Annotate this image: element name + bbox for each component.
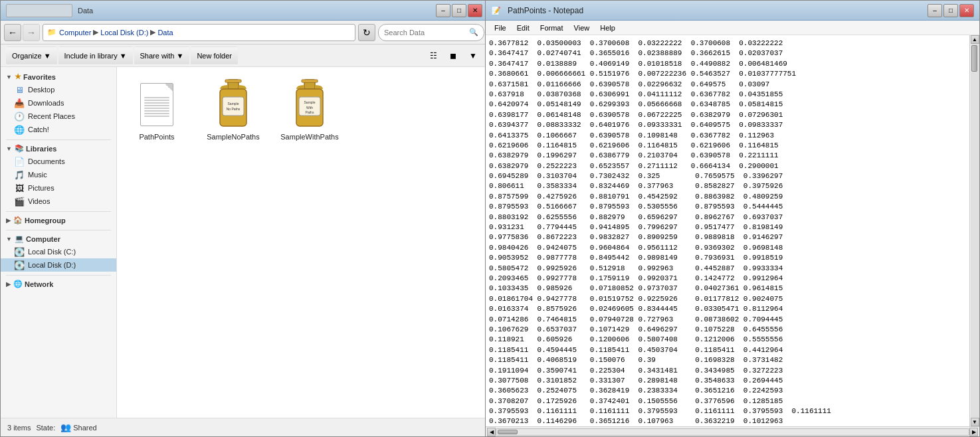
refresh-button[interactable]: ↻ — [358, 24, 375, 41]
sidebar-item-downloads[interactable]: 📥 Downloads — [1, 96, 116, 110]
music-icon: 🎵 — [14, 169, 25, 180]
scrollbar-y-thumb[interactable] — [971, 45, 977, 72]
sidebar-item-c-drive[interactable]: 💽 Local Disk (C:) — [1, 245, 116, 258]
scrollbar-up-button[interactable]: ▲ — [971, 35, 979, 44]
view-options-button[interactable]: ▼ — [464, 46, 482, 65]
libraries-section: ▼ 📚 Libraries 📄 Documents 🎵 Music 🖼 Pict… — [1, 142, 116, 208]
search-icon: 🔍 — [469, 28, 478, 37]
svg-rect-1 — [225, 80, 241, 82]
svg-text:With: With — [306, 106, 313, 110]
scrollbar-x-thumb[interactable] — [498, 430, 518, 434]
maximize-button[interactable]: □ — [452, 4, 466, 17]
titlebar-controls: – □ ✕ — [436, 4, 482, 17]
svg-rect-3 — [223, 97, 244, 116]
menu-format[interactable]: Format — [535, 23, 569, 33]
scrollbar-right-button[interactable]: ▶ — [969, 428, 978, 436]
back-button[interactable]: ← — [4, 24, 21, 41]
item-count: 3 items — [7, 424, 31, 432]
organize-button[interactable]: Organize ▼ — [6, 46, 57, 65]
menu-edit[interactable]: Edit — [512, 23, 535, 33]
include-chevron-icon: ▼ — [120, 52, 127, 60]
libraries-header[interactable]: ▼ 📚 Libraries — [1, 142, 116, 155]
view-icons-button[interactable]: ◼ — [444, 46, 462, 65]
notepad-content[interactable]: 0.3677812 0.03500003 0.3700608 0.0322222… — [486, 35, 969, 426]
file-label-pathpoints: PathPoints — [139, 133, 174, 141]
breadcrumb-computer[interactable]: Computer — [59, 29, 91, 37]
doc-icon-shape — [140, 83, 173, 126]
address-bar: ← → 📁 Computer ▶ Local Disk (D:) ▶ Data … — [1, 21, 488, 44]
sidebar-item-catch[interactable]: 🌐 Catch! — [1, 123, 116, 136]
sidebar-item-documents[interactable]: 📄 Documents — [1, 155, 116, 168]
notepad-scrollbar-x[interactable]: ◀ ▶ — [486, 426, 979, 436]
notepad-minimize-button[interactable]: – — [928, 4, 942, 17]
notepad-window: 📝 PathPoints - Notepad – □ ✕ File Edit F… — [485, 0, 980, 437]
notepad-close-button[interactable]: ✕ — [959, 4, 974, 17]
notepad-scrollbar-y[interactable]: ▲ ▼ — [969, 35, 979, 426]
search-box[interactable]: 🔍 — [378, 24, 484, 41]
sidebar-item-videos[interactable]: 🎬 Videos — [1, 195, 116, 208]
network-section: ▶ 🌐 Network — [1, 278, 116, 290]
breadcrumb-data[interactable]: Data — [157, 29, 173, 37]
share-button[interactable]: Share with ▼ — [134, 46, 190, 65]
menu-help[interactable]: Help — [595, 23, 621, 33]
menu-file[interactable]: File — [489, 23, 512, 33]
scrollbar-down-button[interactable]: ▼ — [971, 418, 979, 426]
homegroup-header[interactable]: ▶ 🏠 Homegroup — [1, 214, 116, 226]
scrollbar-left-button[interactable]: ◀ — [487, 428, 496, 436]
notepad-title: PathPoints - Notepad — [505, 6, 928, 15]
homegroup-chevron-icon: ▶ — [6, 217, 11, 224]
favorites-header[interactable]: ▼ ★ Favorites — [1, 70, 116, 83]
search-input[interactable] — [384, 29, 469, 37]
bottle-svg-2: Sample With Paths — [290, 78, 330, 130]
computer-header[interactable]: ▼ 💻 Computer — [1, 232, 116, 245]
documents-icon: 📄 — [14, 156, 25, 167]
scrollbar-x-track[interactable] — [496, 428, 969, 436]
file-item-samplenopaths[interactable]: Sample No Paths SampleNoPaths — [200, 74, 266, 145]
sidebar-divider-4 — [6, 275, 111, 276]
bottle-image-2: Sample With Paths — [290, 78, 330, 130]
notepad-maximize-button[interactable]: □ — [943, 4, 958, 17]
homegroup-section: ▶ 🏠 Homegroup — [1, 214, 116, 226]
network-chevron-icon: ▶ — [6, 281, 11, 288]
file-item-pathpoints[interactable]: PathPoints — [124, 74, 190, 145]
sidebar-item-desktop[interactable]: 🖥 Desktop — [1, 83, 116, 96]
notepad-controls: – □ ✕ — [928, 4, 974, 17]
computer-chevron-icon: ▼ — [6, 236, 12, 242]
notepad-text: 0.3677812 0.03500003 0.3700608 0.0322222… — [489, 39, 966, 426]
sidebar-divider-3 — [6, 230, 111, 230]
homegroup-icon: 🏠 — [13, 216, 23, 224]
address-path[interactable]: 📁 Computer ▶ Local Disk (D:) ▶ Data — [43, 24, 355, 41]
toolbar-right: ☷ ◼ ▼ — [424, 46, 482, 65]
forward-button[interactable]: → — [23, 24, 40, 41]
file-item-samplewithpaths[interactable]: Sample With Paths SampleWithPaths — [276, 74, 343, 145]
close-button[interactable]: ✕ — [468, 4, 482, 17]
new-folder-button[interactable]: New folder — [191, 46, 238, 65]
computer-icon: 💻 — [15, 234, 24, 243]
d-drive-icon: 💽 — [14, 260, 25, 270]
include-library-button[interactable]: Include in library ▼ — [58, 46, 133, 65]
folder-icon: 📁 — [47, 28, 56, 37]
shared-label: Shared — [73, 424, 96, 432]
sidebar-item-music[interactable]: 🎵 Music — [1, 168, 116, 181]
scrollbar-y-track[interactable] — [971, 44, 979, 418]
network-header[interactable]: ▶ 🌐 Network — [1, 278, 116, 290]
favorites-chevron-icon: ▼ — [6, 74, 12, 80]
organize-chevron-icon: ▼ — [44, 52, 51, 60]
view-details-button[interactable]: ☷ — [424, 46, 442, 65]
computer-section: ▼ 💻 Computer 💽 Local Disk (C:) 💽 Local D… — [1, 232, 116, 272]
sidebar-item-pictures[interactable]: 🖼 Pictures — [1, 181, 116, 195]
status-bar: 3 items State: 👥 Shared — [1, 418, 488, 436]
c-drive-icon: 💽 — [14, 246, 25, 257]
sidebar-item-recent[interactable]: 🕐 Recent Places — [1, 110, 116, 123]
breadcrumb-localdisk[interactable]: Local Disk (D:) — [100, 29, 148, 37]
menu-view[interactable]: View — [569, 23, 595, 33]
minimize-button[interactable]: – — [436, 4, 450, 17]
recent-folder-icon: 🕐 — [14, 111, 25, 122]
notepad-main-area: 0.3677812 0.03500003 0.3700608 0.0322222… — [486, 35, 979, 426]
sidebar-divider-1 — [6, 139, 111, 140]
catch-icon: 🌐 — [14, 124, 25, 135]
sidebar-item-d-drive[interactable]: 💽 Local Disk (D:) — [1, 258, 116, 272]
main-content: ▼ ★ Favorites 🖥 Desktop 📥 Downloads 🕐 Re… — [1, 67, 488, 418]
svg-text:No Paths: No Paths — [227, 107, 241, 111]
sidebar-divider-2 — [6, 211, 111, 212]
